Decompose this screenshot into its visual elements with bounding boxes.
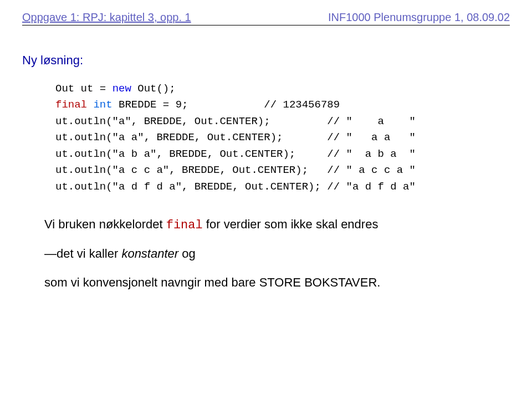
para2-a: —det vi kaller <box>44 247 121 260</box>
code-l3: ut.outln("a", BREDDE, Out.CENTER); // " … <box>55 115 416 127</box>
code-l5: ut.outln("a b a", BREDDE, Out.CENTER); /… <box>55 148 416 160</box>
header-right: INF1000 Plenumsgruppe 1, 08.09.02 <box>328 11 510 24</box>
para1-final: final <box>166 218 203 232</box>
code-l6: ut.outln("a c c a", BREDDE, Out.CENTER);… <box>55 164 416 176</box>
code-l2-int: int <box>93 99 112 111</box>
code-l4: ut.outln("a a", BREDDE, Out.CENTER); // … <box>55 131 416 144</box>
slide-header: Oppgave 1: RPJ: kapittel 3, opp. 1 INF10… <box>0 0 532 25</box>
code-l1-a: Out ut = <box>55 83 112 95</box>
code-l1-b: Out(); <box>131 83 176 95</box>
para-1: Vi bruken nøkkelordet final for verdier … <box>44 217 510 232</box>
para1-b: for verdier som ikke skal endres <box>203 217 378 231</box>
code-l2-b: BREDDE = 9; // 123456789 <box>112 99 340 111</box>
solution-label: Ny løsning: <box>22 53 510 68</box>
para2-b: og <box>182 247 195 260</box>
slide-content: Ny løsning: Out ut = new Out(); final in… <box>0 25 532 315</box>
para-2: —det vi kaller konstanter og <box>44 247 510 261</box>
code-block: Out ut = new Out(); final int BREDDE = 9… <box>55 81 510 195</box>
code-l2-sp <box>87 99 93 111</box>
para2-ital: konstanter <box>121 247 182 260</box>
code-l7: ut.outln("a d f d a", BREDDE, Out.CENTER… <box>55 181 416 193</box>
code-l1-new: new <box>112 83 131 95</box>
code-l2-final: final <box>55 99 87 111</box>
para1-a: Vi bruken nøkkelordet <box>44 217 166 231</box>
para-3: som vi konvensjonelt navngir med bare ST… <box>44 275 510 290</box>
header-left: Oppgave 1: RPJ: kapittel 3, opp. 1 <box>22 11 191 24</box>
